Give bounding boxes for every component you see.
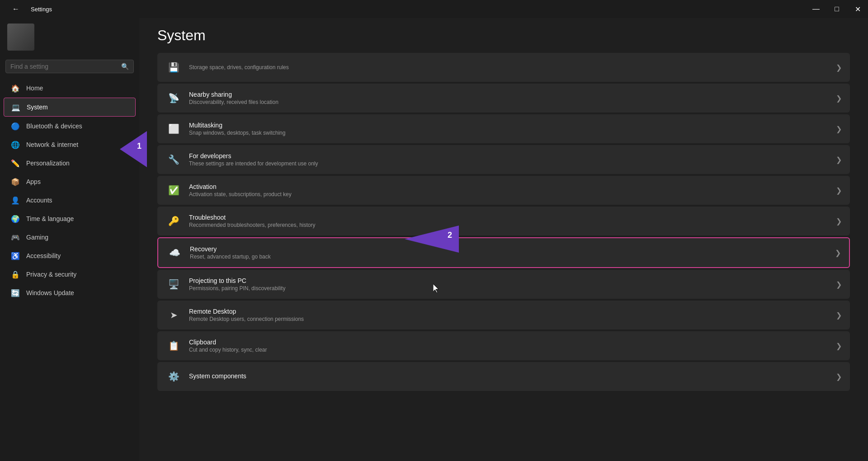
nav-icon-network: 🌐 <box>11 140 20 149</box>
settings-item-nearby-sharing[interactable]: 📡 Nearby sharing Discoverability, receiv… <box>157 84 850 113</box>
settings-icon-for-developers: 🔧 <box>165 151 182 168</box>
sidebar-item-accessibility[interactable]: ♿ Accessibility <box>4 247 136 265</box>
sidebar-item-personalization[interactable]: ✏️ Personalization <box>4 154 136 172</box>
page-title: System <box>139 18 868 53</box>
settings-item-multitasking[interactable]: ⬜ Multitasking Snap windows, desktops, t… <box>157 114 850 143</box>
close-button[interactable]: ✕ <box>847 2 868 16</box>
back-button[interactable]: ← <box>5 2 26 16</box>
chevron-icon-multitasking: ❯ <box>836 125 842 133</box>
sidebar-item-apps[interactable]: 📦 Apps <box>4 173 136 191</box>
settings-desc-nearby-sharing: Discoverability, received files location <box>189 99 831 105</box>
settings-title-remote-desktop: Remote Desktop <box>189 308 831 315</box>
nav-icon-accounts: 👤 <box>11 196 20 205</box>
sidebar-item-gaming[interactable]: 🎮 Gaming <box>4 228 136 246</box>
nav-label-network: Network & internet <box>26 141 78 148</box>
search-icon: 🔍 <box>121 63 129 70</box>
settings-desc-remote-desktop: Remote Desktop users, connection permiss… <box>189 316 831 322</box>
chevron-icon-projecting: ❯ <box>836 280 842 289</box>
nav-icon-home: 🏠 <box>11 84 20 93</box>
settings-icon-storage: 💾 <box>165 59 182 75</box>
settings-list: 💾 Storage space, drives, configuration r… <box>139 53 868 391</box>
settings-desc-troubleshoot: Recommended troubleshooters, preferences… <box>189 222 831 228</box>
nav-label-privacy: Privacy & security <box>26 271 76 278</box>
nav-label-time: Time & language <box>26 215 74 222</box>
chevron-icon-system-components: ❯ <box>836 372 842 381</box>
nav-icon-privacy: 🔒 <box>11 270 20 279</box>
nav-label-system: System <box>27 103 48 111</box>
settings-text-troubleshoot: Troubleshoot Recommended troubleshooters… <box>189 214 831 228</box>
settings-item-troubleshoot[interactable]: 🔑 Troubleshoot Recommended troubleshoote… <box>157 207 850 235</box>
settings-title-troubleshoot: Troubleshoot <box>189 214 831 221</box>
search-box[interactable]: 🔍 <box>5 60 134 73</box>
settings-title-multitasking: Multitasking <box>189 122 831 129</box>
settings-desc-for-developers: These settings are intended for developm… <box>189 160 831 167</box>
settings-text-clipboard: Clipboard Cut and copy history, sync, cl… <box>189 339 831 353</box>
settings-item-recovery[interactable]: ☁️ Recovery Reset, advanced startup, go … <box>157 237 850 268</box>
settings-text-system-components: System components <box>189 372 831 381</box>
sidebar-item-network[interactable]: 🌐 Network & internet <box>4 136 136 154</box>
settings-desc-projecting: Permissions, pairing PIN, discoverabilit… <box>189 285 831 292</box>
settings-icon-clipboard: 📋 <box>165 338 182 354</box>
settings-icon-recovery: ☁️ <box>166 245 183 261</box>
settings-title-activation: Activation <box>189 183 831 190</box>
sidebar-item-update[interactable]: 🔄 Windows Update <box>4 284 136 302</box>
window-controls: — □ ✕ <box>806 2 868 16</box>
settings-icon-activation: ✅ <box>165 182 182 198</box>
settings-item-activation[interactable]: ✅ Activation Activation state, subscript… <box>157 176 850 205</box>
settings-title-system-components: System components <box>189 372 831 380</box>
sidebar-item-privacy[interactable]: 🔒 Privacy & security <box>4 265 136 283</box>
settings-item-remote-desktop[interactable]: ➤ Remote Desktop Remote Desktop users, c… <box>157 301 850 329</box>
sidebar-item-system[interactable]: 💻 System <box>4 98 136 117</box>
sidebar-item-time[interactable]: 🌍 Time & language <box>4 210 136 228</box>
annotation-arrow-1 <box>120 131 147 167</box>
search-input[interactable] <box>10 63 118 70</box>
settings-item-clipboard[interactable]: 📋 Clipboard Cut and copy history, sync, … <box>157 331 850 360</box>
annotation-label-2: 2 <box>448 230 452 240</box>
settings-item-projecting[interactable]: 🖥️ Projecting to this PC Permissions, pa… <box>157 270 850 299</box>
search-container: 🔍 <box>0 56 139 79</box>
settings-text-for-developers: For developers These settings are intend… <box>189 152 831 167</box>
settings-title-recovery: Recovery <box>190 245 830 253</box>
title-bar: ← Settings — □ ✕ <box>0 0 868 18</box>
nav-label-home: Home <box>26 85 43 92</box>
app-title: Settings <box>31 6 52 13</box>
settings-title-for-developers: For developers <box>189 152 831 160</box>
chevron-icon-remote-desktop: ❯ <box>836 311 842 320</box>
settings-icon-system-components: ⚙️ <box>165 368 182 385</box>
settings-item-storage[interactable]: 💾 Storage space, drives, configuration r… <box>157 53 850 82</box>
chevron-icon-troubleshoot: ❯ <box>836 217 842 226</box>
settings-icon-remote-desktop: ➤ <box>165 307 182 323</box>
nav-icon-personalization: ✏️ <box>11 159 20 168</box>
settings-title-clipboard: Clipboard <box>189 339 831 346</box>
settings-text-remote-desktop: Remote Desktop Remote Desktop users, con… <box>189 308 831 322</box>
nav-icon-time: 🌍 <box>11 214 20 223</box>
nav-icon-gaming: 🎮 <box>11 233 20 242</box>
settings-title-projecting: Projecting to this PC <box>189 277 831 284</box>
settings-item-for-developers[interactable]: 🔧 For developers These settings are inte… <box>157 145 850 174</box>
settings-text-projecting: Projecting to this PC Permissions, pairi… <box>189 277 831 292</box>
settings-text-recovery: Recovery Reset, advanced startup, go bac… <box>190 245 830 260</box>
nav-icon-update: 🔄 <box>11 288 20 297</box>
sidebar-item-home[interactable]: 🏠 Home <box>4 79 136 97</box>
nav-label-accessibility: Accessibility <box>26 252 61 259</box>
nav-label-gaming: Gaming <box>26 234 48 241</box>
settings-icon-multitasking: ⬜ <box>165 121 182 137</box>
nav-icon-bluetooth: 🔵 <box>11 122 20 131</box>
settings-text-activation: Activation Activation state, subscriptio… <box>189 183 831 198</box>
nav-label-bluetooth: Bluetooth & devices <box>26 122 82 130</box>
settings-icon-troubleshoot: 🔑 <box>165 213 182 229</box>
settings-title-nearby-sharing: Nearby sharing <box>189 91 831 98</box>
nav-icon-accessibility: ♿ <box>11 251 20 260</box>
settings-item-system-components[interactable]: ⚙️ System components ❯ <box>157 362 850 391</box>
chevron-icon-storage: ❯ <box>836 63 842 72</box>
maximize-button[interactable]: □ <box>826 2 847 16</box>
settings-desc-multitasking: Snap windows, desktops, task switching <box>189 130 831 136</box>
nav-label-update: Windows Update <box>26 289 74 296</box>
settings-desc-activation: Activation state, subscriptions, product… <box>189 191 831 198</box>
chevron-icon-clipboard: ❯ <box>836 342 842 350</box>
sidebar-item-accounts[interactable]: 👤 Accounts <box>4 191 136 209</box>
nav-items: 🏠 Home 💻 System 🔵 Bluetooth & devices 🌐 … <box>0 79 139 461</box>
sidebar-item-bluetooth[interactable]: 🔵 Bluetooth & devices <box>4 117 136 135</box>
nav-label-apps: Apps <box>26 178 41 185</box>
minimize-button[interactable]: — <box>806 2 826 16</box>
